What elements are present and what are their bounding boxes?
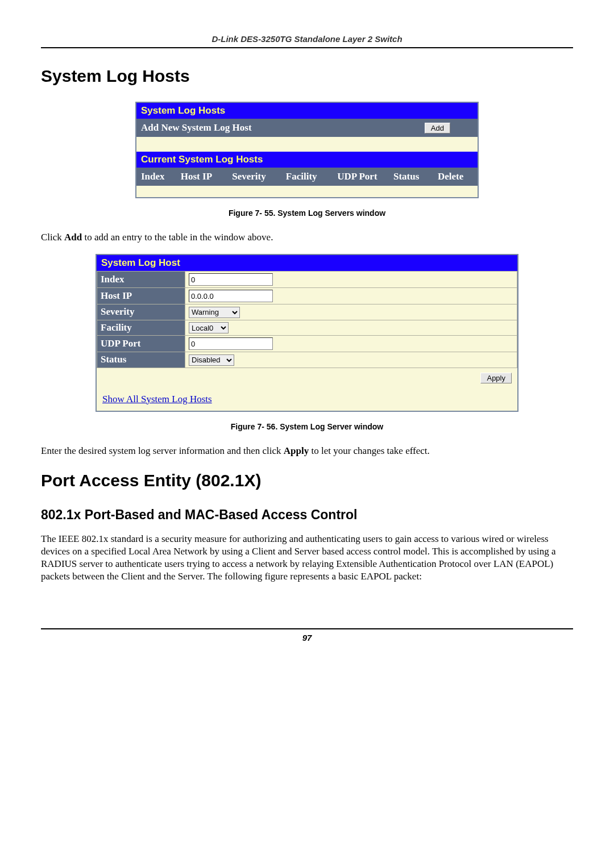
decorative-gap: [136, 186, 478, 197]
form-table: Index Host IP Severity Warning: [97, 271, 517, 368]
label-udpport: UDP Port: [97, 336, 185, 352]
bold-apply: Apply: [284, 445, 309, 456]
row-severity: Severity Warning: [97, 304, 517, 320]
figure-caption-56: Figure 7- 56. System Log Server window: [41, 422, 573, 431]
hostip-input[interactable]: [189, 290, 273, 302]
col-header-udpport: UDP Port: [333, 170, 389, 183]
cell-index: [185, 272, 517, 288]
text: Enter the desired system log server info…: [41, 445, 284, 456]
row-udpport: UDP Port: [97, 336, 517, 352]
running-head: D-Link DES-3250TG Standalone Layer 2 Swi…: [41, 34, 573, 48]
link-row: Show All System Log Hosts: [97, 388, 517, 411]
cell-udpport: [185, 336, 517, 352]
paragraph-8021x-intro: The IEEE 802.1x standard is a security m…: [41, 533, 573, 583]
decorative-gap: [136, 137, 478, 152]
row-index: Index: [97, 272, 517, 288]
facility-select[interactable]: Local0: [189, 322, 229, 333]
label-index: Index: [97, 272, 185, 288]
cell-hostip: [185, 288, 517, 304]
section-title-system-log-hosts: System Log Hosts: [41, 66, 573, 86]
show-all-link[interactable]: Show All System Log Hosts: [102, 394, 212, 404]
col-header-facility: Facility: [281, 170, 333, 183]
row-facility: Facility Local0: [97, 320, 517, 336]
label-status: Status: [97, 352, 185, 368]
col-header-index: Index: [136, 170, 176, 183]
screenshot-system-log-hosts: System Log Hosts Add New System Log Host…: [135, 102, 479, 198]
severity-select[interactable]: Warning: [189, 307, 240, 318]
label-facility: Facility: [97, 320, 185, 336]
apply-row: Apply: [97, 368, 517, 388]
table-header-row: Index Host IP Severity Facility UDP Port…: [136, 168, 478, 186]
cell-severity: Warning: [185, 304, 517, 320]
text: Click: [41, 232, 64, 243]
figure-caption-55: Figure 7- 55. System Log Servers window: [41, 208, 573, 218]
col-header-delete: Delete: [433, 170, 478, 183]
subsection-title-8021x: 802.1x Port-Based and MAC-Based Access C…: [41, 507, 573, 523]
section-title-port-access-entity: Port Access Entity (802.1X): [41, 471, 573, 490]
text: to add an entry to the table in the wind…: [82, 232, 273, 243]
col-header-hostip: Host IP: [176, 170, 227, 183]
add-new-label: Add New System Log Host: [141, 122, 252, 133]
bold-add: Add: [64, 232, 82, 243]
label-hostip: Host IP: [97, 288, 185, 304]
col-header-severity: Severity: [227, 170, 281, 183]
cell-status: Disabled: [185, 352, 517, 368]
screenshot-system-log-host-form: System Log Host Index Host IP Severity W…: [96, 254, 518, 412]
page-number: 97: [41, 628, 573, 642]
col-header-status: Status: [389, 170, 433, 183]
page-container: D-Link DES-3250TG Standalone Layer 2 Swi…: [0, 0, 614, 665]
row-status: Status Disabled: [97, 352, 517, 368]
udpport-input[interactable]: [189, 337, 273, 350]
row-hostip: Host IP: [97, 288, 517, 304]
status-select[interactable]: Disabled: [189, 354, 234, 366]
index-input[interactable]: [189, 273, 273, 286]
add-button[interactable]: Add: [425, 123, 450, 133]
panel-title-system-log-hosts: System Log Hosts: [136, 103, 478, 119]
paragraph-click-add: Click Add to add an entry to the table i…: [41, 231, 573, 244]
text: to let your changes take effect.: [309, 445, 430, 456]
cell-facility: Local0: [185, 320, 517, 336]
add-new-row: Add New System Log Host Add: [136, 119, 478, 137]
paragraph-enter-apply: Enter the desired system log server info…: [41, 445, 573, 457]
apply-button[interactable]: Apply: [480, 373, 512, 383]
panel-title-system-log-host: System Log Host: [97, 255, 517, 271]
panel-title-current-hosts: Current System Log Hosts: [136, 152, 478, 168]
label-severity: Severity: [97, 304, 185, 320]
